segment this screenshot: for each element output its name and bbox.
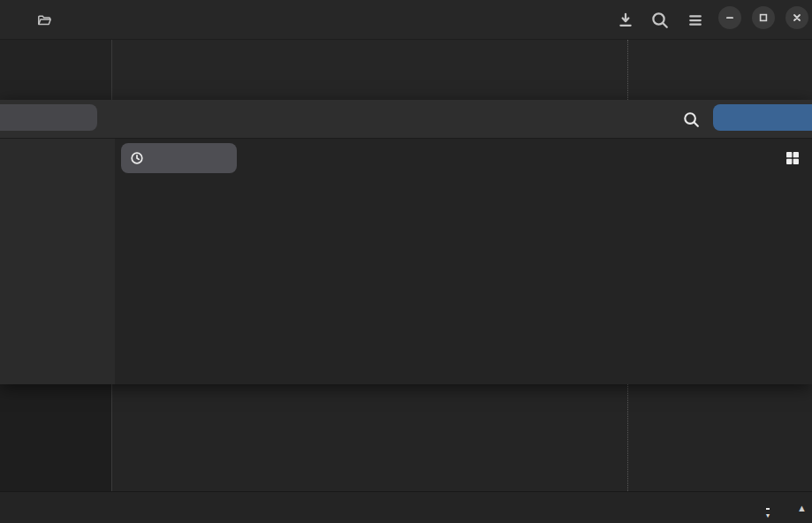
dialog-headerbar (0, 100, 812, 139)
dialog-search-button[interactable] (675, 101, 707, 138)
maximize-icon (756, 11, 770, 25)
find-button[interactable] (647, 7, 673, 34)
grid-view-button[interactable] (778, 144, 807, 172)
search-icon (683, 111, 700, 128)
minimize-button[interactable] (718, 6, 741, 29)
save-icon (617, 11, 634, 29)
file-list (115, 199, 812, 384)
recent-breadcrumb-chip[interactable] (121, 143, 237, 173)
open-file-dialog (0, 100, 812, 384)
dialog-sidebar (0, 139, 115, 384)
grid-icon (785, 150, 801, 166)
ascii-separator (627, 384, 628, 491)
main-menu-button[interactable] (682, 7, 709, 34)
keyboard-layout-indicator[interactable]: ▾ (759, 497, 777, 519)
headerbar (0, 0, 812, 40)
resize-grip-icon[interactable]: ▲ (797, 503, 807, 513)
hex-view-top[interactable] (0, 40, 812, 100)
dialog-left-field[interactable] (0, 104, 97, 131)
open-file-button[interactable] (30, 6, 66, 34)
maximize-button[interactable] (752, 6, 775, 29)
search-icon (651, 11, 669, 29)
offset-column (0, 384, 112, 491)
ascii-separator (627, 40, 628, 100)
statusbar: ▾ ▲ (0, 491, 812, 523)
dialog-open-button[interactable] (713, 104, 812, 131)
list-column-headers (115, 181, 812, 199)
app-window: ▾ ▲ (0, 0, 812, 523)
hex-view-bottom[interactable] (0, 384, 812, 491)
minimize-icon (723, 11, 737, 25)
menu-icon (687, 11, 704, 29)
offset-column (0, 40, 112, 100)
clock-icon (130, 151, 144, 165)
save-button[interactable] (612, 7, 639, 34)
chevron-down-icon: ▾ (759, 513, 777, 519)
dialog-content (115, 139, 812, 384)
folder-open-icon (37, 13, 51, 27)
close-icon (790, 11, 804, 25)
close-button[interactable] (785, 6, 808, 29)
